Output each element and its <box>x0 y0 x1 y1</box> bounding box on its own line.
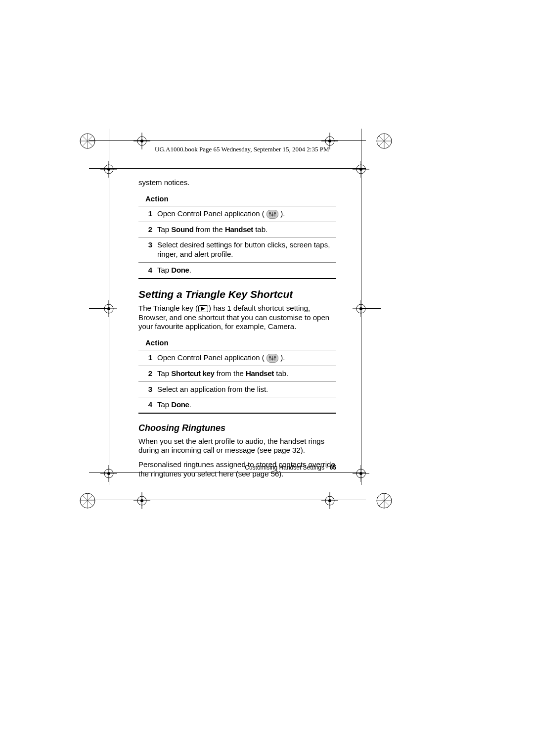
step-text: Tap Done. <box>152 262 336 278</box>
text: Tap <box>157 400 171 409</box>
ui-label: Done <box>171 266 189 274</box>
svg-point-41 <box>359 472 362 475</box>
triangle-key-icon <box>198 305 208 312</box>
step-number: 3 <box>138 237 152 263</box>
svg-point-13 <box>140 140 143 142</box>
svg-point-63 <box>269 212 270 214</box>
ui-label: Sound <box>171 225 193 234</box>
text: Open Control Panel application ( <box>157 353 265 362</box>
svg-point-65 <box>274 212 275 214</box>
action-table-2: 1 Open Control Panel application ( ). 2 … <box>138 350 336 413</box>
text: from the <box>194 225 225 234</box>
text: Tap <box>157 266 171 274</box>
svg-point-5 <box>377 134 392 148</box>
svg-point-17 <box>328 140 331 142</box>
svg-point-50 <box>80 493 95 508</box>
svg-line-59 <box>379 495 390 506</box>
control-panel-icon <box>267 210 278 219</box>
svg-point-29 <box>107 307 110 310</box>
ui-label: Shortcut key <box>171 369 214 378</box>
svg-point-25 <box>107 168 110 171</box>
section-title-ringtunes: Choosing Ringtunes <box>138 423 336 434</box>
svg-point-0 <box>80 134 95 148</box>
svg-point-38 <box>356 469 365 478</box>
svg-point-46 <box>325 496 334 505</box>
step-number: 4 <box>138 397 152 413</box>
step-number: 2 <box>138 366 152 381</box>
text: tab. <box>274 369 288 378</box>
svg-point-22 <box>104 165 113 174</box>
svg-point-30 <box>356 304 365 313</box>
page-header: UG.A1000.book Page 65 Wednesday, Septemb… <box>155 145 329 153</box>
svg-point-70 <box>271 358 273 360</box>
ui-label: Done <box>171 400 189 409</box>
step-number: 4 <box>138 262 152 278</box>
text: from the <box>215 369 246 378</box>
step-text: Open Control Panel application ( ). <box>152 350 336 366</box>
svg-point-10 <box>137 137 146 145</box>
text: . <box>189 266 191 274</box>
svg-point-21 <box>359 168 362 171</box>
footer-label: Customising Handset Settings - <box>245 464 329 471</box>
svg-point-37 <box>107 472 110 475</box>
action-heading-1: Action <box>138 192 336 206</box>
page-content: system notices. Action 1 Open Control Pa… <box>138 178 336 484</box>
step-text: Tap Sound from the Handset tab. <box>152 222 336 237</box>
text: . <box>189 400 191 409</box>
svg-line-53 <box>82 495 93 506</box>
step-number: 3 <box>138 381 152 397</box>
step-text: Open Control Panel application ( ). <box>152 206 336 222</box>
svg-line-54 <box>82 495 93 506</box>
svg-point-26 <box>104 304 113 313</box>
text: ). <box>280 353 285 362</box>
step-number: 1 <box>138 350 152 366</box>
ringtunes-para-1: When you set the alert profile to audio,… <box>138 437 336 456</box>
ui-label: Handset <box>225 225 253 234</box>
page-number: 65 <box>330 464 336 471</box>
svg-point-34 <box>104 469 113 478</box>
ui-label: Handset <box>246 369 274 378</box>
text: Tap <box>157 225 171 234</box>
svg-point-14 <box>325 137 334 145</box>
step-text: Tap Done. <box>152 397 336 413</box>
table-end-rule <box>138 278 336 279</box>
table-end-rule <box>138 413 336 414</box>
intro-fragment: system notices. <box>138 178 336 188</box>
text: Tap <box>157 369 171 378</box>
svg-point-69 <box>269 356 270 358</box>
svg-point-71 <box>274 356 275 358</box>
text: ). <box>280 209 285 218</box>
svg-point-55 <box>377 493 392 508</box>
control-panel-icon <box>267 354 278 363</box>
step-text: Tap Shortcut key from the Handset tab. <box>152 366 336 381</box>
svg-line-58 <box>379 495 390 506</box>
text: The Triangle key ( <box>138 304 198 312</box>
step-number: 2 <box>138 222 152 237</box>
text: tab. <box>253 225 267 234</box>
svg-point-45 <box>140 499 143 502</box>
section-para: The Triangle key () has 1 default shortc… <box>138 304 336 331</box>
step-text: Select an application from the list. <box>152 381 336 397</box>
step-text: Select desired settings for button click… <box>152 237 336 263</box>
svg-point-64 <box>271 214 273 216</box>
step-number: 1 <box>138 206 152 222</box>
action-heading-2: Action <box>138 336 336 350</box>
svg-line-8 <box>379 136 390 146</box>
page-footer: Customising Handset Settings - 65 <box>138 464 336 471</box>
svg-point-42 <box>137 496 146 505</box>
text: Open Control Panel application ( <box>157 209 265 218</box>
section-title-triangle: Setting a Triangle Key Shortcut <box>138 288 336 301</box>
svg-line-9 <box>379 136 390 146</box>
svg-line-4 <box>82 136 93 146</box>
svg-line-3 <box>82 136 93 146</box>
action-table-1: 1 Open Control Panel application ( ). 2 … <box>138 206 336 278</box>
svg-point-33 <box>359 307 362 310</box>
svg-point-49 <box>328 499 331 502</box>
svg-point-18 <box>356 165 365 174</box>
